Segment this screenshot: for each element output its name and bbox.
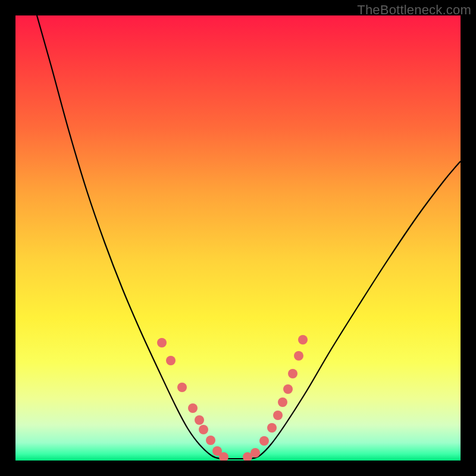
data-marker [199, 425, 208, 434]
data-marker [259, 436, 269, 446]
data-marker [273, 411, 283, 420]
data-marker [177, 383, 187, 392]
data-marker [206, 436, 215, 445]
data-marker [195, 415, 204, 425]
data-marker [288, 369, 298, 378]
data-marker [283, 384, 293, 394]
data-marker [250, 448, 260, 458]
data-marker [157, 338, 167, 347]
left-curve [37, 15, 221, 459]
data-marker [188, 403, 198, 413]
data-marker [294, 351, 303, 361]
data-marker [278, 397, 287, 407]
data-marker [166, 356, 176, 365]
data-markers [157, 335, 308, 461]
watermark-text: TheBottleneck.com [357, 2, 471, 18]
data-marker [298, 335, 308, 345]
chart-plot [15, 15, 461, 461]
data-marker [267, 423, 277, 433]
